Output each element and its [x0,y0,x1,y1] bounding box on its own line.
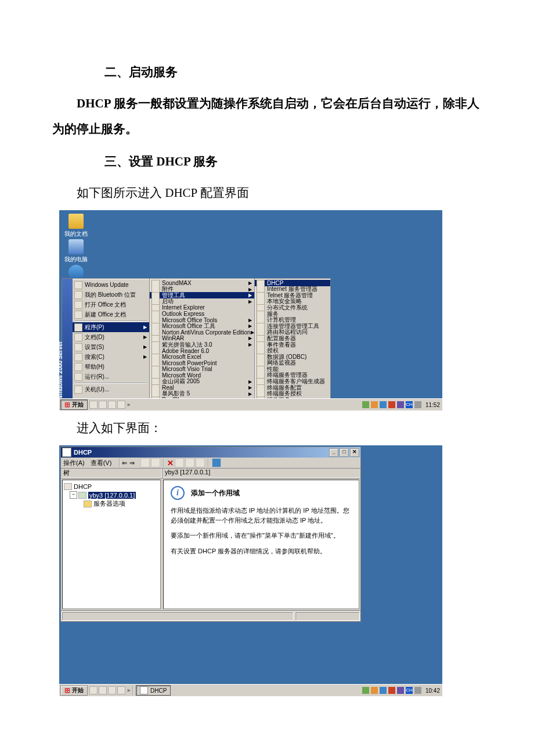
menu-item[interactable]: 管理工具▶ [150,292,254,298]
quick-launch-icon[interactable] [89,686,98,694]
menu-item[interactable]: Microsoft Office Tools▶ [150,317,254,323]
tray-icon[interactable] [397,401,404,408]
menu-view[interactable]: 查看(V) [91,459,112,467]
quick-launch-icon[interactable] [99,686,107,694]
tree-root[interactable]: DHCP [64,482,159,491]
menu-item[interactable]: Microsoft Visio Trial [150,366,254,373]
menu-item[interactable]: Real▶ [150,384,254,391]
menu-item[interactable]: Microsoft Word [150,372,254,379]
nav-forward-icon[interactable]: ⇒ [129,459,135,467]
toolbar-export-icon[interactable] [196,458,205,467]
toolbar-refresh-icon[interactable] [185,458,194,467]
menu-item[interactable]: WinRAR▶ [150,336,254,342]
tree-options-node[interactable]: 服务器选项 [64,499,159,508]
menu-item[interactable]: Microsoft PowerPoint [150,360,254,366]
toolbar-show-hide-icon[interactable] [151,458,160,467]
tray-icon[interactable] [380,687,387,694]
menu-item[interactable]: 附件▶ [150,286,254,293]
menu-item[interactable]: Outlook Express [150,311,254,317]
ime-icon[interactable]: CH [406,687,413,694]
quick-launch-icon[interactable] [117,401,125,409]
menu-item[interactable]: Adobe Reader 6.0 [150,348,254,354]
menu-item[interactable]: 终端服务配置 [255,384,330,391]
menu-item[interactable]: 程序(P)▶ [73,322,149,332]
menu-item[interactable]: 我的 Bluetooth 位置 [73,290,149,300]
maximize-button[interactable]: □ [340,448,349,457]
menu-item[interactable]: 配置服务器 [255,336,330,342]
collapse-icon[interactable]: − [70,491,77,499]
tray-icon[interactable] [397,687,404,694]
menu-item[interactable]: 性能 [255,366,330,373]
menu-item[interactable]: 终端服务授权 [255,391,330,397]
menu-item[interactable]: 紫光拼音输入法 3.0▶ [150,341,254,348]
desktop-icon-documents[interactable]: 我的文档 [63,214,89,238]
menu-item[interactable]: 事件查看器 [255,341,330,348]
menu-item[interactable]: 授权 [255,348,330,354]
start-button[interactable]: ⊞ 开始 [60,685,88,696]
menu-item[interactable]: 暴风影音 5▶ [150,391,254,397]
menu-item[interactable]: 服务 [255,311,330,317]
menu-item[interactable]: SoundMAX▶ [150,280,254,286]
menu-item[interactable]: Internet Explorer [150,305,254,311]
quick-launch-overflow[interactable]: » [127,687,130,693]
menu-item[interactable]: Windows Update [73,280,149,290]
menu-item[interactable]: 网络监视器 [255,360,330,366]
menu-item[interactable]: Telnet 服务器管理 [255,292,330,298]
tray-icon[interactable] [388,687,395,694]
menu-item[interactable]: 计算机管理 [255,317,330,323]
tree-pane[interactable]: DHCP − yby3 [127.0.0.1] 服务器选项 [62,480,161,609]
tray-icon[interactable] [414,687,421,694]
toolbar-up-icon[interactable] [140,458,150,467]
menu-item[interactable]: 本地安全策略 [255,298,330,305]
close-button[interactable]: ✕ [350,448,359,457]
quick-launch-icon[interactable] [108,686,116,694]
nav-back-icon[interactable]: ⇐ [122,459,127,467]
menu-item[interactable]: 设置(S)▶ [73,342,149,352]
menu-action[interactable]: 操作(A) [63,459,85,467]
ime-icon[interactable]: CH [406,401,413,408]
menu-item[interactable]: 金山词霸 2005▶ [150,379,254,385]
menu-item-label: Microsoft Visio Trial [162,366,252,373]
desktop-icon-computer[interactable]: 我的电脑 [63,239,89,264]
toolbar-delete-icon[interactable]: ✕ [167,459,174,467]
menu-item[interactable]: Microsoft Excel [150,354,254,360]
menu-item[interactable]: Internet 服务管理器 [255,286,330,293]
tree-server-node[interactable]: − yby3 [127.0.0.1] [64,491,159,499]
menu-item[interactable]: 文档(D)▶ [73,332,149,342]
tray-icon[interactable] [380,401,387,408]
menu-item[interactable]: 终端服务客户端生成器 [255,379,330,385]
tray-icon[interactable] [371,401,378,408]
menu-item[interactable]: 终端服务管理器 [255,372,330,379]
menu-item[interactable]: 打开 Office 文档 [73,300,149,309]
tray-icon[interactable] [362,687,369,694]
submenu-arrow-icon: ▶ [248,293,252,298]
menu-item[interactable]: 帮助(H) [73,362,149,372]
tray-icon[interactable] [371,687,378,694]
quick-launch-icon[interactable] [117,686,125,694]
tray-icon[interactable] [362,401,369,408]
start-button[interactable]: ⊞ 开始 [60,399,88,410]
menu-item-label: Microsoft PowerPoint [162,360,252,366]
menu-item[interactable]: 关机(U)... [73,384,149,394]
menu-item[interactable]: 数据源 (ODBC) [255,354,330,360]
menu-item[interactable]: 新建 Office 文档 [73,309,149,319]
menu-item[interactable]: 路由和远程访问 [255,329,330,336]
tray-icon[interactable] [414,401,421,408]
toolbar-dhcp-icon[interactable] [212,458,221,467]
menu-item[interactable]: Norton AntiVirus Corporate Edition▶ [150,329,254,336]
taskbar-app-dhcp[interactable]: DHCP [136,685,171,696]
menu-item[interactable]: DHCP [255,280,330,286]
menu-item[interactable]: 运行(R)... [73,372,149,381]
menu-item[interactable]: 连接管理器管理工具 [255,323,330,329]
tray-icon[interactable] [388,401,395,408]
quick-launch-overflow[interactable]: » [127,402,130,408]
quick-launch-icon[interactable] [108,401,116,409]
quick-launch-icon[interactable] [89,401,98,409]
quick-launch-icon[interactable] [99,401,107,409]
menu-item[interactable]: 搜索(C)▶ [73,352,149,362]
toolbar-properties-icon[interactable] [175,458,184,467]
menu-item[interactable]: Microsoft Office 工具▶ [150,323,254,329]
menu-item[interactable]: 启动▶ [150,298,254,305]
menu-item[interactable]: 分布式文件系统 [255,305,330,311]
minimize-button[interactable]: _ [329,448,338,457]
